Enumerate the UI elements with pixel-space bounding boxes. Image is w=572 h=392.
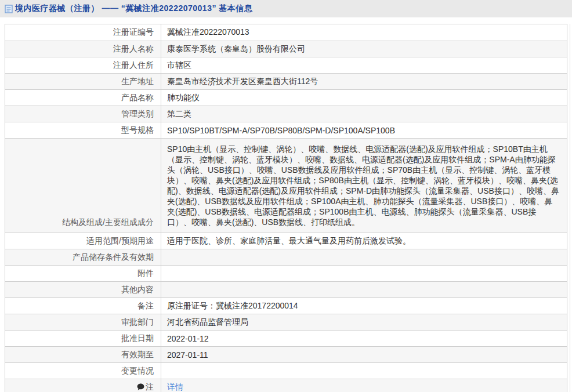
row-label: 注册人住所 [5,57,161,73]
table-row-composition: 结构及组成/主要组成成分 SP10由主机（显示、控制键、涡轮）、咬嘴、数据线、电… [5,138,567,233]
row-value: 康泰医学系统（秦皇岛）股份有限公司 [161,41,567,57]
table-row-attachments: 附件 [5,265,567,281]
table-row-production-address: 生产地址 秦皇岛市经济技术开发区秦皇西大街112号 [5,73,567,89]
table-row-registrant-address: 注册人住所 市辖区 [5,57,567,73]
row-label: 审批部门 [5,314,161,330]
row-value [161,363,567,379]
table-row-remarks: 备注 原注册证号：冀械注准20172200014 [5,297,567,314]
table-row-storage-conditions: 产品储存条件及有效期 [5,249,567,265]
note-label: 注 [146,382,154,392]
comment-balloon-icon [137,383,144,391]
row-value: 2022-01-12 [161,331,567,346]
document-icon [5,5,13,13]
row-label: 注册人名称 [5,41,161,57]
row-label: 结构及组成/主要组成成分 [5,139,161,233]
row-label: 管理类别 [5,106,161,122]
table-row-other-content: 其他内容 [5,281,567,297]
row-label: 注 [5,379,161,392]
table-row-approval-department: 审批部门 河北省药品监督管理局 [5,314,567,330]
right-edge-divider [570,24,570,392]
row-label: 适用范围/预期用途 [5,233,161,249]
row-label: 备注 [5,298,161,314]
row-value: 2027-01-11 [161,347,567,362]
row-value: 详情 [161,379,567,392]
table-row-change-status: 变更情况 [5,362,567,379]
table-row-model-spec: 型号规格 SP10/SP10BT/SPM-A/SP70B/SP80B/SPM-D… [5,122,567,138]
table-row-certificate-number: 注册证编号 冀械注准20222070013 [5,24,567,41]
row-value: 冀械注准20222070013 [161,24,567,41]
table-row-approval-date: 批准日期 2022-01-12 [5,330,567,346]
row-value: 原注册证号：冀械注准20172200014 [161,298,567,314]
row-value: SP10/SP10BT/SPM-A/SP70B/SP80B/SPM-D/SP10… [161,122,567,138]
registration-info-table: 注册证编号 冀械注准20222070013 注册人名称 康泰医学系统（秦皇岛）股… [5,24,567,392]
table-row-management-class: 管理类别 第二类 [5,106,567,122]
row-value: 秦皇岛市经济技术开发区秦皇西大街112号 [161,74,567,89]
row-label: 附件 [5,266,161,281]
table-row-registrant-name: 注册人名称 康泰医学系统（秦皇岛）股份有限公司 [5,41,567,57]
row-label: 产品名称 [5,90,161,106]
detail-link[interactable]: 详情 [167,382,183,392]
row-value [161,249,567,265]
page-header: 境内医疗器械（注册） —— “冀械注准20222070013” 基本信息 [0,0,572,17]
row-value: 肺功能仪 [161,90,567,106]
row-label: 变更情况 [5,363,161,379]
row-value: 第二类 [161,106,567,122]
table-row-product-name: 产品名称 肺功能仪 [5,89,567,106]
table-row-note: 注 详情 [5,379,567,392]
table-row-valid-until: 有效期至 2027-01-11 [5,346,567,362]
row-label: 生产地址 [5,74,161,89]
table-row-intended-use: 适用范围/预期用途 适用于医院、诊所、家庭肺活量、最大通气量及用药前后激发试验。 [5,233,567,249]
row-label: 批准日期 [5,331,161,346]
row-label: 型号规格 [5,122,161,138]
row-value: 适用于医院、诊所、家庭肺活量、最大通气量及用药前后激发试验。 [161,233,567,249]
row-value [161,266,567,281]
row-label: 产品储存条件及有效期 [5,249,161,265]
row-value: 河北省药品监督管理局 [161,314,567,330]
page-title: 境内医疗器械（注册） —— “冀械注准20222070013” 基本信息 [15,3,252,14]
row-value: SP10由主机（显示、控制键、涡轮）、咬嘴、数据线、电源适配器(选配)及应用软件… [161,139,567,233]
row-label: 有效期至 [5,347,161,362]
row-value: 市辖区 [161,57,567,73]
row-value [161,282,567,297]
row-label: 其他内容 [5,282,161,297]
row-label: 注册证编号 [5,24,161,41]
